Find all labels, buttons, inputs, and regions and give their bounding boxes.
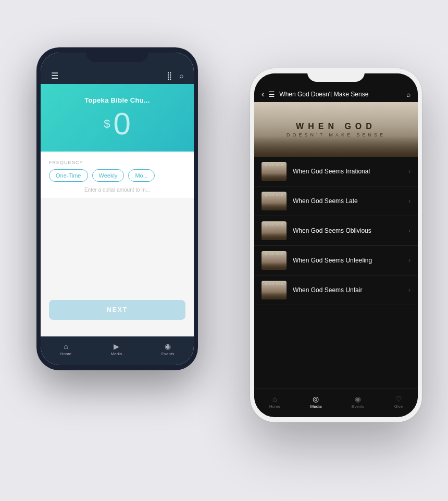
dark-nav-home[interactable]: ⌂ Home	[60, 342, 71, 356]
back-button[interactable]: ‹	[262, 90, 264, 99]
white-bottom-nav: ⌂ Home ◎ Media ◉ Events ♡ Give	[254, 389, 418, 417]
dark-phone-notch	[86, 47, 148, 62]
monthly-button[interactable]: Mo...	[128, 169, 154, 182]
series-thumb-5: WHEN GOD	[262, 281, 287, 299]
series-list: WHEN GOD When God Seems Irrational › WHE…	[254, 157, 418, 389]
dollar-sign: $	[104, 117, 110, 131]
thumb-text-1: WHEN GOD	[263, 164, 285, 167]
dark-bottom-nav: ⌂ Home ▶ Media ◉ Events	[41, 336, 194, 365]
thumb-text-3: WHEN GOD	[263, 223, 285, 226]
series-item-oblivious[interactable]: WHEN GOD When God Seems Oblivious ›	[254, 216, 418, 246]
series-item-late[interactable]: WHEN GOD When God Seems Late ›	[254, 186, 418, 216]
home-label: Home	[269, 404, 280, 409]
home-icon: ⌂	[64, 342, 68, 350]
teal-donation-section: Topeka Bible Chu... $ 0	[41, 84, 194, 152]
dark-phone-screen: ☰ ⣿ ⌕ Topeka Bible Chu... $ 0 FR	[41, 53, 194, 365]
series-title-2: When God Seems Late	[293, 197, 402, 205]
next-button-area: NEXT	[41, 292, 194, 328]
amount-display: 0	[113, 108, 130, 140]
dark-nav-media[interactable]: ▶ Media	[111, 342, 122, 356]
chevron-icon-4: ›	[408, 257, 410, 264]
church-name: Topeka Bible Chu...	[84, 96, 150, 104]
events-icon: ◉	[355, 395, 361, 403]
chevron-icon-2: ›	[408, 197, 410, 205]
give-icon: ♡	[395, 395, 402, 403]
series-item-unfair[interactable]: WHEN GOD When God Seems Unfair ›	[254, 275, 418, 305]
series-item-unfeeling[interactable]: WHEN GOD When God Seems Unfeeling ›	[254, 246, 418, 275]
weekly-button[interactable]: Weekly	[92, 169, 125, 182]
home-icon: ⌂	[272, 395, 277, 403]
white-nav-events[interactable]: ◉ Events	[352, 395, 364, 409]
white-phone: ‹ ☰ When God Doesn't Make Sense ⌕ WHEN G…	[250, 68, 422, 422]
white-nav-home[interactable]: ⌂ Home	[269, 395, 280, 409]
chevron-icon-5: ›	[408, 286, 410, 294]
menu-icon[interactable]: ☰	[268, 90, 275, 98]
series-thumb-3: WHEN GOD	[262, 221, 287, 240]
search-icon[interactable]: ⌕	[406, 90, 410, 98]
white-phone-screen: ‹ ☰ When God Doesn't Make Sense ⌕ WHEN G…	[254, 73, 418, 417]
white-nav-give[interactable]: ♡ Give	[394, 395, 403, 409]
frequency-label: FREQUENCY	[49, 160, 185, 165]
hero-title-line2: DOESN'T MAKE SENSE	[287, 132, 385, 137]
bar-chart-icon[interactable]: ⣿	[167, 71, 172, 80]
series-thumb-2: WHEN GOD	[262, 192, 287, 210]
chevron-icon-1: ›	[408, 168, 410, 175]
hamburger-icon[interactable]: ☰	[51, 71, 58, 81]
search-icon[interactable]: ⌕	[179, 71, 183, 80]
series-thumb-4: WHEN GOD	[262, 251, 287, 270]
thumb-text-5: WHEN GOD	[263, 282, 285, 285]
series-thumb-1: WHEN GOD	[262, 162, 287, 181]
series-title-3: When God Seems Oblivious	[293, 227, 402, 234]
frequency-section: FREQUENCY One-Time Weekly Mo... Enter a …	[41, 152, 194, 198]
events-label: Events	[352, 404, 364, 409]
white-nav-media[interactable]: ◎ Media	[310, 395, 322, 409]
thumb-text-2: WHEN GOD	[263, 193, 285, 196]
series-item-irrational[interactable]: WHEN GOD When God Seems Irrational ›	[254, 157, 418, 186]
white-phone-notch	[307, 68, 365, 82]
media-icon: ▶	[114, 342, 119, 350]
scene: ☰ ⣿ ⌕ Topeka Bible Chu... $ 0 FR	[26, 27, 422, 474]
header-title: When God Doesn't Make Sense	[279, 91, 402, 98]
media-label: Media	[111, 352, 122, 356]
series-title-5: When God Seems Unfair	[293, 286, 402, 294]
media-icon: ◎	[313, 395, 319, 403]
hero-text: WHEN GOD DOESN'T MAKE SENSE	[287, 122, 385, 137]
series-title-1: When God Seems Irrational	[293, 168, 402, 175]
hero-title-line1: WHEN GOD	[287, 122, 385, 131]
series-title-4: When God Seems Unfeeling	[293, 257, 402, 264]
events-icon: ◉	[165, 342, 171, 350]
home-label: Home	[60, 352, 71, 356]
hint-text: Enter a dollar amount to m...	[49, 187, 185, 193]
dark-phone: ☰ ⣿ ⌕ Topeka Bible Chu... $ 0 FR	[36, 47, 198, 370]
events-label: Events	[161, 352, 174, 356]
dark-nav-events[interactable]: ◉ Events	[161, 342, 174, 356]
frequency-buttons: One-Time Weekly Mo...	[49, 169, 185, 182]
thumb-text-4: WHEN GOD	[263, 253, 285, 256]
give-label: Give	[394, 404, 403, 409]
chevron-icon-3: ›	[408, 227, 410, 234]
media-label: Media	[310, 404, 322, 409]
next-button[interactable]: NEXT	[49, 300, 185, 320]
hero-image: WHEN GOD DOESN'T MAKE SENSE	[254, 102, 418, 157]
one-time-button[interactable]: One-Time	[49, 169, 88, 182]
